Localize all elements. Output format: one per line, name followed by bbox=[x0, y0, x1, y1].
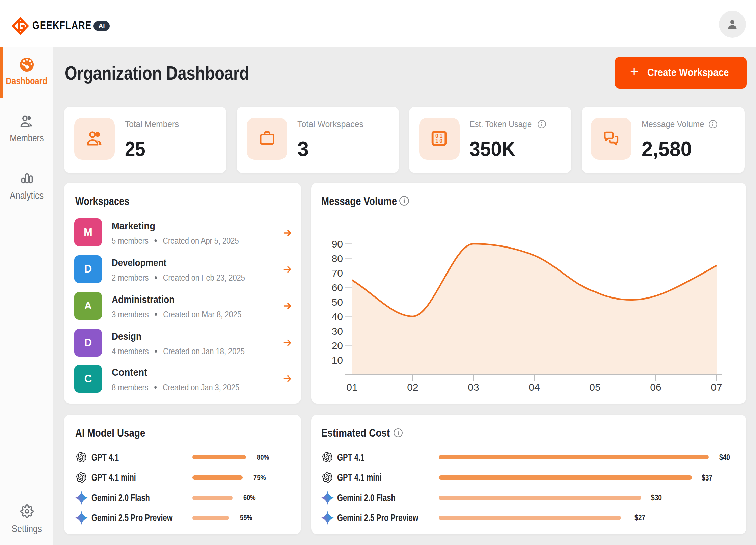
svg-text:05: 05 bbox=[589, 382, 600, 393]
svg-text:30: 30 bbox=[332, 326, 343, 337]
svg-text:50: 50 bbox=[332, 296, 343, 308]
svg-text:07: 07 bbox=[711, 382, 722, 393]
svg-text:02: 02 bbox=[407, 382, 418, 393]
svg-text:60: 60 bbox=[332, 282, 343, 293]
svg-text:01: 01 bbox=[346, 382, 357, 393]
svg-text:04: 04 bbox=[529, 382, 540, 393]
svg-text:80: 80 bbox=[332, 253, 343, 264]
svg-text:06: 06 bbox=[650, 382, 661, 393]
svg-text:20: 20 bbox=[332, 340, 343, 351]
svg-text:10: 10 bbox=[332, 355, 343, 366]
svg-text:70: 70 bbox=[332, 267, 343, 279]
svg-text:03: 03 bbox=[468, 382, 479, 393]
svg-text:40: 40 bbox=[332, 311, 343, 322]
svg-text:90: 90 bbox=[332, 238, 343, 250]
svg-text:0: 0 bbox=[439, 138, 442, 144]
svg-text:1: 1 bbox=[435, 138, 438, 144]
